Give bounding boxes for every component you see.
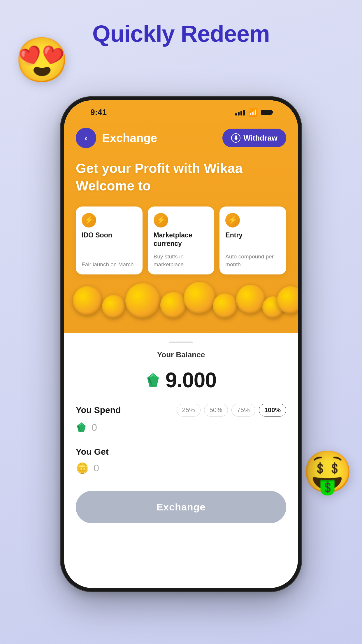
money-emoji: 🤑 [302, 452, 353, 492]
percentage-buttons: 25% 50% 75% 100% [177, 404, 286, 416]
gem-icon-large [145, 372, 161, 388]
hero-line1: Get your Profit with Wikaa Welcome to [76, 160, 286, 195]
phone-mockup: 9:41 📶 ‹ Exchange ⬇ Withdraw [60, 96, 302, 592]
coins-illustration [64, 280, 298, 327]
withdraw-icon: ⬇ [231, 133, 240, 143]
withdraw-label: Withdraw [243, 134, 277, 143]
spend-input-row: 0 [76, 422, 286, 438]
card-desc-marketplace: Buy stuffs in marketplace [154, 253, 209, 268]
pct-25-button[interactable]: 25% [177, 404, 201, 416]
exchange-button[interactable]: Exchange [76, 491, 286, 523]
spend-header: You Spend 25% 50% 75% 100% [76, 404, 286, 416]
balance-amount: 9.000 [76, 368, 286, 392]
card-desc-ido: Fair launch on March [82, 261, 137, 269]
hero-text: Get your Profit with Wikaa Welcome to [76, 154, 286, 204]
withdraw-button[interactable]: ⬇ Withdraw [222, 129, 286, 147]
card-title-marketplace: Marketplace currency [154, 231, 209, 249]
wifi-icon: 📶 [248, 108, 258, 117]
back-button[interactable]: ‹ [76, 128, 96, 148]
coin-icon-get: 🪙 [76, 462, 89, 474]
card-ido-soon[interactable]: ⚡ IDO Soon Fair launch on March [76, 206, 143, 274]
get-label: You Get [76, 447, 286, 457]
status-time: 9:41 [90, 108, 107, 117]
pct-75-button[interactable]: 75% [231, 404, 255, 416]
card-marketplace[interactable]: ⚡ Marketplace currency Buy stuffs in mar… [148, 206, 215, 274]
spend-section: You Spend 25% 50% 75% 100% [76, 404, 286, 438]
spend-value[interactable]: 0 [92, 422, 97, 433]
card-desc-entry: Auto compound per month [225, 253, 280, 268]
get-input-row: 🪙 0 [76, 462, 286, 479]
pct-50-button[interactable]: 50% [204, 404, 228, 416]
spend-label: You Spend [76, 405, 121, 415]
balance-label: Your Balance [76, 350, 286, 359]
card-icon-marketplace: ⚡ [154, 213, 168, 228]
card-icon-entry: ⚡ [225, 213, 240, 228]
info-cards-row: ⚡ IDO Soon Fair launch on March ⚡ Market… [76, 204, 286, 280]
phone-screen: 9:41 📶 ‹ Exchange ⬇ Withdraw [64, 100, 298, 588]
status-bar: 9:41 📶 [76, 100, 286, 121]
card-title-entry: Entry [225, 231, 280, 240]
scroll-indicator [169, 342, 193, 343]
get-section: You Get 🪙 0 [76, 447, 286, 479]
gem-icon-spend [76, 422, 87, 433]
orange-section: 9:41 📶 ‹ Exchange ⬇ Withdraw [64, 100, 298, 333]
battery-icon [261, 110, 272, 115]
phone-shell: 9:41 📶 ‹ Exchange ⬇ Withdraw [60, 96, 302, 592]
nav-bar: ‹ Exchange ⬇ Withdraw [76, 121, 286, 154]
love-emoji: 😍 [15, 38, 69, 82]
card-title-ido: IDO Soon [82, 231, 137, 240]
screen-title: Exchange [102, 132, 222, 145]
signal-icon [235, 109, 245, 116]
pct-100-button[interactable]: 100% [259, 404, 286, 416]
status-icons: 📶 [235, 108, 272, 117]
balance-number: 9.000 [165, 368, 216, 392]
card-icon-ido: ⚡ [82, 213, 96, 228]
card-entry[interactable]: ⚡ Entry Auto compound per month [219, 206, 286, 274]
content-section: Your Balance 9.000 [64, 333, 298, 532]
get-value: 0 [94, 462, 99, 474]
